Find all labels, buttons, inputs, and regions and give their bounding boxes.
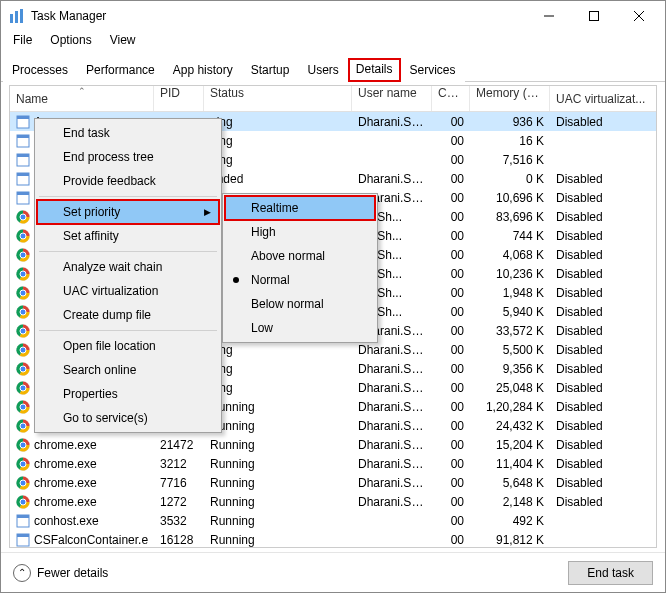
process-pid: 7716 (154, 476, 204, 490)
process-icon (16, 495, 30, 509)
priority-realtime[interactable]: Realtime (225, 196, 375, 220)
table-row[interactable]: chrome.exe1272RunningDharani.Sh...002,14… (10, 492, 656, 511)
tab-app-history[interactable]: App history (164, 58, 242, 82)
process-uac: Disabled (550, 495, 656, 509)
col-header-uac[interactable]: UAC virtualizat... (550, 92, 656, 106)
ctx-go-to-service-s-[interactable]: Go to service(s) (37, 406, 219, 430)
process-icon (16, 267, 30, 281)
process-status: Running (204, 457, 352, 471)
svg-point-18 (20, 214, 26, 220)
process-icon (16, 400, 30, 414)
process-pid: 3212 (154, 457, 204, 471)
table-row[interactable]: CSFalconContainer.e16128Running0091,812 … (10, 530, 656, 547)
ctx-set-priority[interactable]: Set priority▶ (37, 200, 219, 224)
priority-normal[interactable]: Normal (225, 268, 375, 292)
table-row[interactable]: chrome.exe21472RunningDharani.Sh...0015,… (10, 435, 656, 454)
tab-users[interactable]: Users (298, 58, 347, 82)
close-button[interactable] (616, 1, 661, 31)
process-icon (16, 533, 30, 547)
process-icon (16, 172, 30, 186)
table-row[interactable]: chrome.exe7716RunningDharani.Sh...005,64… (10, 473, 656, 492)
ctx-set-affinity[interactable]: Set affinity (37, 224, 219, 248)
menu-options[interactable]: Options (42, 31, 99, 51)
process-status: ning (204, 115, 352, 129)
process-name: chrome.exe (34, 476, 97, 490)
process-memory: 492 K (470, 514, 550, 528)
process-user: Dharani.Sh... (352, 343, 432, 357)
window-controls (526, 1, 661, 31)
process-icon (16, 115, 30, 129)
process-icon (16, 476, 30, 490)
menu-view[interactable]: View (102, 31, 144, 51)
process-user: Dharani.Sh... (352, 172, 432, 186)
context-menu[interactable]: End taskEnd process treeProvide feedback… (34, 118, 222, 433)
maximize-button[interactable] (571, 1, 616, 31)
process-memory: 2,148 K (470, 495, 550, 509)
svg-point-26 (20, 290, 26, 296)
fewer-details-toggle[interactable]: ⌃ Fewer details (13, 564, 108, 582)
ctx-open-file-location[interactable]: Open file location (37, 334, 219, 358)
tab-processes[interactable]: Processes (3, 58, 77, 82)
process-uac: Disabled (550, 248, 656, 262)
process-status: ning (204, 134, 352, 148)
tab-services[interactable]: Services (401, 58, 465, 82)
process-status: ning (204, 362, 352, 376)
col-header-status[interactable]: Status (204, 86, 352, 111)
minimize-button[interactable] (526, 1, 571, 31)
ctx-search-online[interactable]: Search online (37, 358, 219, 382)
process-memory: 15,204 K (470, 438, 550, 452)
priority-below-normal[interactable]: Below normal (225, 292, 375, 316)
svg-point-40 (20, 423, 26, 429)
col-header-pid[interactable]: PID (154, 86, 204, 111)
process-memory: 10,696 K (470, 191, 550, 205)
svg-point-46 (20, 480, 26, 486)
svg-point-20 (20, 233, 26, 239)
svg-rect-4 (589, 12, 598, 21)
process-memory: 5,500 K (470, 343, 550, 357)
process-icon (16, 362, 30, 376)
ctx-provide-feedback[interactable]: Provide feedback (37, 169, 219, 193)
svg-point-28 (20, 309, 26, 315)
process-user: Dharani.Sh... (352, 381, 432, 395)
process-name: chrome.exe (34, 457, 97, 471)
process-user: Dharani.Sh... (352, 457, 432, 471)
ctx-properties[interactable]: Properties (37, 382, 219, 406)
ctx-analyze-wait-chain[interactable]: Analyze wait chain (37, 255, 219, 279)
svg-rect-12 (17, 154, 29, 157)
process-cpu: 00 (432, 381, 470, 395)
process-icon (16, 210, 30, 224)
task-manager-icon (9, 8, 25, 24)
priority-low[interactable]: Low (225, 316, 375, 340)
ctx-create-dump-file[interactable]: Create dump file (37, 303, 219, 327)
process-memory: 7,516 K (470, 153, 550, 167)
tab-performance[interactable]: Performance (77, 58, 164, 82)
end-task-button[interactable]: End task (568, 561, 653, 585)
process-icon (16, 134, 30, 148)
process-uac: Disabled (550, 324, 656, 338)
process-uac: Disabled (550, 343, 656, 357)
table-row[interactable]: chrome.exe3212RunningDharani.Sh...0011,4… (10, 454, 656, 473)
process-cpu: 00 (432, 400, 470, 414)
ctx-end-process-tree[interactable]: End process tree (37, 145, 219, 169)
tab-details[interactable]: Details (348, 58, 401, 82)
ctx-uac-virtualization[interactable]: UAC virtualization (37, 279, 219, 303)
col-header-cpu[interactable]: CPU (432, 86, 470, 111)
priority-high[interactable]: High (225, 220, 375, 244)
process-status: Running (204, 514, 352, 528)
priority-submenu[interactable]: RealtimeHighAbove normalNormalBelow norm… (222, 193, 378, 343)
svg-rect-2 (20, 9, 23, 23)
table-row[interactable]: conhost.exe3532Running00492 K (10, 511, 656, 530)
tab-startup[interactable]: Startup (242, 58, 299, 82)
process-memory: 91,812 K (470, 533, 550, 547)
priority-above-normal[interactable]: Above normal (225, 244, 375, 268)
menu-file[interactable]: File (5, 31, 40, 51)
process-memory: 10,236 K (470, 267, 550, 281)
process-icon (16, 419, 30, 433)
process-cpu: 00 (432, 514, 470, 528)
col-header-memory[interactable]: Memory (a... (470, 86, 550, 111)
fewer-details-label: Fewer details (37, 566, 108, 580)
col-header-user[interactable]: User name (352, 86, 432, 111)
process-uac: Disabled (550, 191, 656, 205)
ctx-end-task[interactable]: End task (37, 121, 219, 145)
process-user: Dharani.Sh... (352, 438, 432, 452)
